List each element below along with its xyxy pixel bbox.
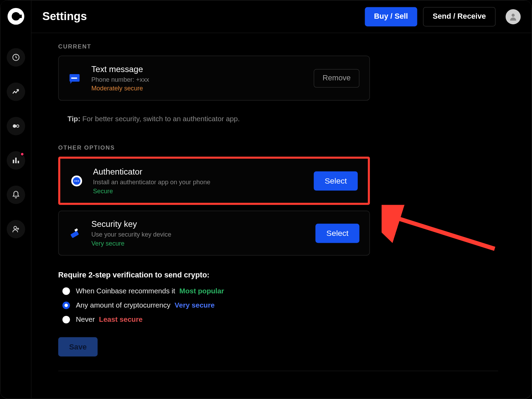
nav-home-icon[interactable]	[7, 48, 25, 66]
key-title: Security key	[91, 220, 316, 229]
radio-label: Never	[76, 316, 95, 324]
auth-sub: Install an authenticator app on your pho…	[93, 178, 314, 186]
security-key-card: Security key Use your security key devic…	[58, 211, 370, 255]
svg-point-7	[512, 14, 515, 17]
key-sub: Use your security key device	[91, 231, 316, 238]
svg-point-6	[14, 226, 16, 229]
tip-label: Tip:	[68, 115, 80, 123]
svg-rect-5	[17, 161, 19, 163]
svg-rect-9	[71, 77, 77, 79]
svg-point-13	[76, 180, 77, 181]
current-section-label: CURRENT	[58, 43, 521, 50]
buy-sell-button[interactable]: Buy / Sell	[365, 7, 417, 26]
svg-rect-15	[70, 231, 79, 238]
radio-label: When Coinbase recommends it	[76, 287, 175, 295]
nav-explore-icon[interactable]	[7, 117, 25, 135]
authenticator-icon	[70, 175, 83, 187]
radio-icon	[62, 287, 70, 295]
svg-point-14	[78, 180, 79, 181]
save-button[interactable]: Save	[58, 337, 98, 357]
radio-icon	[62, 316, 70, 323]
svg-point-12	[74, 180, 76, 181]
key-select-button[interactable]: Select	[316, 223, 360, 243]
send-receive-button[interactable]: Send / Receive	[423, 7, 495, 26]
remove-button[interactable]: Remove	[314, 69, 360, 87]
svg-rect-16	[74, 228, 78, 231]
radio-icon	[62, 302, 70, 309]
current-badge: Moderately secure	[91, 85, 314, 92]
notification-dot-icon	[20, 152, 24, 156]
radio-label: Any amount of cryptocurrency	[76, 301, 170, 310]
divider	[58, 371, 498, 371]
nav-dashboard-icon[interactable]	[7, 151, 25, 170]
topbar: Settings Buy / Sell Send / Receive	[32, 0, 532, 33]
svg-point-2	[16, 125, 19, 127]
nav-bell-icon[interactable]	[7, 186, 25, 204]
radio-never[interactable]: Never Least secure	[62, 316, 521, 324]
key-badge: Very secure	[91, 240, 316, 247]
page-title: Settings	[42, 10, 87, 23]
content: CURRENT Text message Phone number: +xxx …	[32, 33, 532, 399]
current-title: Text message	[91, 64, 314, 74]
svg-rect-4	[15, 158, 16, 163]
auth-select-button[interactable]: Select	[314, 171, 358, 190]
sms-icon	[69, 72, 81, 84]
auth-badge: Secure	[93, 187, 314, 195]
nav-trending-icon[interactable]	[7, 82, 25, 101]
svg-point-1	[12, 124, 16, 128]
nav-invite-icon[interactable]	[7, 220, 25, 238]
radio-tag: Most popular	[179, 287, 224, 295]
radio-tag: Very secure	[175, 301, 214, 310]
logo-icon[interactable]	[7, 8, 24, 25]
current-sub: Phone number: +xxx	[91, 76, 314, 83]
svg-rect-3	[12, 160, 14, 163]
radio-recommend[interactable]: When Coinbase recommends it Most popular	[62, 287, 521, 295]
radio-any-amount[interactable]: Any amount of cryptocurrency Very secure	[62, 301, 521, 310]
highlighted-option: Authenticator Install an authenticator a…	[58, 157, 370, 205]
radio-tag: Least secure	[99, 316, 143, 324]
tip-text: Tip: For better security, switch to an a…	[68, 115, 521, 123]
auth-title: Authenticator	[93, 167, 314, 177]
tip-body: For better security, switch to an authen…	[82, 115, 240, 123]
verify-title: Require 2-step verification to send cryp…	[58, 271, 521, 279]
current-method-card: Text message Phone number: +xxx Moderate…	[58, 56, 370, 100]
other-section-label: OTHER OPTIONS	[58, 144, 521, 151]
authenticator-card: Authenticator Install an authenticator a…	[60, 159, 368, 203]
security-key-icon	[69, 227, 81, 239]
avatar[interactable]	[506, 9, 521, 24]
sidebar	[0, 0, 31, 398]
